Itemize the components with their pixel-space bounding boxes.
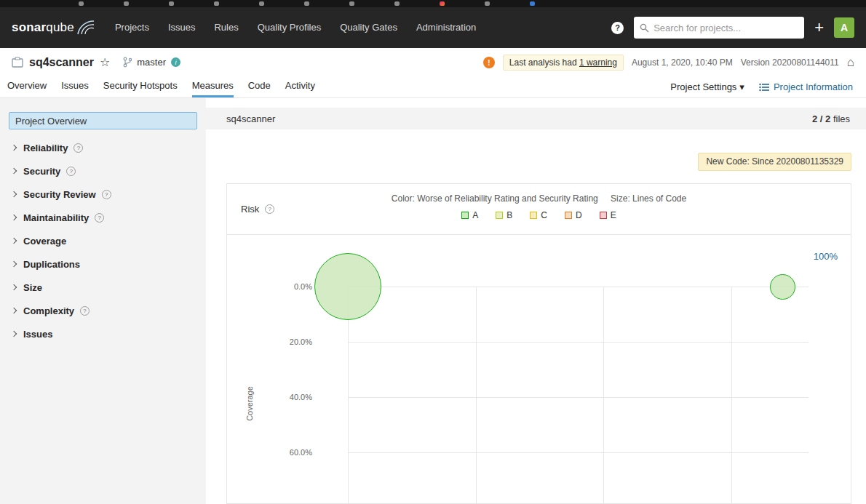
sidebar-item-maintainability[interactable]: Maintainability ? (0, 206, 206, 229)
menubar-icon[interactable] (124, 1, 129, 6)
sidebar-item-size[interactable]: Size (0, 276, 206, 299)
chevron-down-icon: ▾ (739, 81, 744, 92)
file-bubble[interactable] (770, 274, 795, 300)
tab-measures[interactable]: Measures (192, 76, 234, 97)
risk-label: Risk (241, 204, 259, 215)
sonarqube-logo[interactable]: sonarqube (12, 20, 95, 35)
badge-row: New Code: Since 20200801135329 (226, 153, 851, 171)
nav-item-projects[interactable]: Projects (106, 7, 159, 48)
menubar-icon[interactable] (440, 1, 445, 6)
favorite-star-icon[interactable]: ☆ (100, 55, 110, 69)
logo-swoosh-icon (76, 20, 95, 35)
nav-item-issues[interactable]: Issues (159, 7, 205, 48)
sidebar-item-coverage[interactable]: Coverage (0, 229, 206, 252)
tab-code[interactable]: Code (248, 76, 271, 97)
sidebar-list: Reliability ? Security ? Security Review… (0, 136, 206, 345)
chevron-right-icon (11, 168, 17, 174)
top-navbar: sonarqube Projects Issues Rules Quality … (0, 7, 866, 48)
nav-item-administration[interactable]: Administration (407, 7, 485, 48)
warning-link[interactable]: 1 warning (579, 57, 617, 68)
project-settings-button[interactable]: Project Settings ▾ (670, 81, 744, 92)
analysis-version: Version 20200801144011 (741, 57, 839, 68)
logo-text: sonar (12, 20, 46, 35)
sidebar-item-project-overview[interactable]: Project Overview (9, 112, 197, 129)
tab-activity[interactable]: Activity (285, 76, 315, 97)
file-bubble[interactable] (314, 253, 381, 320)
gridline (603, 287, 604, 504)
tab-overview[interactable]: Overview (7, 76, 47, 97)
tab-issues[interactable]: Issues (61, 76, 89, 97)
menubar-icon[interactable] (259, 1, 264, 6)
rating-b-swatch (496, 212, 503, 219)
rating-legend-e: E (600, 210, 616, 220)
gridline (348, 397, 809, 398)
menubar-icon[interactable] (485, 1, 490, 6)
search-icon (640, 23, 649, 33)
chevron-right-icon (11, 261, 17, 267)
help-icon[interactable]: ? (95, 213, 104, 223)
project-information-link[interactable]: Project Information (759, 81, 853, 92)
help-icon[interactable]: ? (265, 204, 274, 214)
rating-legend-a: A (461, 210, 478, 220)
system-menubar (0, 0, 866, 7)
search-box[interactable] (634, 17, 804, 39)
branch-name: master (137, 57, 166, 68)
y-axis-label: Coverage (245, 382, 254, 425)
sidebar-item-security[interactable]: Security ? (0, 159, 206, 183)
chevron-right-icon (11, 238, 17, 244)
avatar[interactable]: A (834, 17, 854, 38)
menubar-icon[interactable] (214, 1, 219, 6)
chevron-right-icon (11, 284, 17, 290)
menubar-icon[interactable] (169, 1, 174, 6)
nav-item-rules[interactable]: Rules (204, 7, 247, 48)
rating-a-swatch (461, 212, 469, 219)
help-icon[interactable]: ? (80, 306, 90, 316)
rating-legend-d: D (565, 210, 582, 220)
sidebar-item-reliability[interactable]: Reliability ? (0, 136, 206, 159)
sidebar-item-duplications[interactable]: Duplications (0, 252, 206, 276)
project-header-right: ! Last analysis had 1 warning August 1, … (483, 55, 854, 71)
gridline (348, 342, 809, 343)
chevron-right-icon (11, 191, 17, 197)
menubar-icon[interactable] (530, 1, 535, 6)
list-icon (759, 83, 769, 92)
chart-legend-text: Color: Worse of Reliability Rating and S… (227, 184, 851, 204)
menubar-icon[interactable] (79, 1, 84, 6)
chevron-right-icon (11, 145, 17, 151)
search-input[interactable] (654, 23, 798, 33)
menubar-icon[interactable] (304, 1, 309, 6)
body-area: Project Overview Reliability ? Security … (0, 98, 866, 504)
rating-e-swatch (600, 212, 607, 219)
sidebar-item-issues[interactable]: Issues (0, 322, 206, 345)
measures-main: sq4scanner 2 / 2 files New Code: Since 2… (206, 98, 866, 504)
add-icon[interactable]: + (814, 20, 824, 36)
tabs-right: Project Settings ▾ Project Information (670, 76, 859, 97)
breadcrumb[interactable]: sq4scanner (226, 113, 275, 124)
help-icon[interactable]: ? (102, 190, 111, 199)
nav-item-quality-gates[interactable]: Quality Gates (330, 7, 407, 48)
y-tick: 40.0% (227, 392, 312, 402)
home-icon[interactable]: ⌂ (847, 55, 854, 70)
sidebar-item-security-review[interactable]: Security Review ? (0, 183, 206, 206)
help-icon[interactable]: ? (74, 143, 83, 153)
navbar-right: ? + A (611, 17, 854, 39)
branch-selector[interactable]: master i (123, 57, 180, 68)
rating-d-swatch (565, 212, 572, 219)
nav-item-quality-profiles[interactable]: Quality Profiles (248, 7, 330, 48)
project-tabs: Overview Issues Security Hotspots Measur… (0, 76, 866, 98)
sidebar-item-complexity[interactable]: Complexity ? (0, 299, 206, 322)
bubble-chart: 100% 0.0% 20.0% 40.0% 60.0% Coverage (227, 235, 851, 504)
y-tick: 20.0% (227, 337, 312, 347)
project-icon (12, 57, 23, 68)
tab-security-hotspots[interactable]: Security Hotspots (103, 76, 178, 97)
percent-filter-link[interactable]: 100% (814, 251, 838, 262)
help-icon[interactable]: ? (611, 22, 624, 34)
branch-info-icon[interactable]: i (171, 57, 180, 67)
main-nav: Projects Issues Rules Quality Profiles Q… (106, 7, 485, 48)
y-tick: 0.0% (227, 281, 312, 292)
rating-legend: A B C D E (227, 210, 851, 220)
help-icon[interactable]: ? (66, 167, 76, 176)
gridline (348, 287, 809, 287)
menubar-icon[interactable] (349, 1, 354, 6)
menubar-icon[interactable] (394, 1, 400, 6)
